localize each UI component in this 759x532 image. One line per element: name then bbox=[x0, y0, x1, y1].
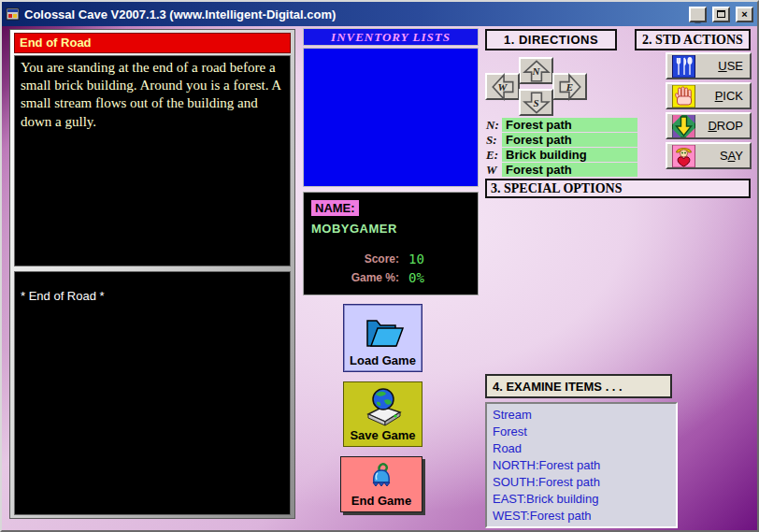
minimize-button[interactable]: _ bbox=[689, 7, 707, 22]
globe-disk-icon bbox=[361, 385, 406, 426]
east-button[interactable]: E bbox=[552, 73, 587, 100]
game-percent-label: Game %: bbox=[322, 271, 399, 284]
close-button[interactable]: × bbox=[736, 7, 753, 22]
drop-button[interactable]: DROP bbox=[666, 112, 752, 139]
say-label: SAY bbox=[695, 149, 743, 163]
exit-row-north: N: Forest path bbox=[486, 118, 637, 132]
std-actions-header: 2. STD ACTIONS bbox=[635, 29, 751, 50]
room-panel: End of Road You are standing at the end … bbox=[9, 29, 295, 519]
player-name: MOBYGAMER bbox=[311, 222, 397, 236]
bluebell-icon bbox=[367, 462, 395, 492]
load-game-label: Load Game bbox=[350, 353, 416, 367]
direction-pad: N W E S bbox=[485, 57, 590, 117]
name-label: NAME: bbox=[311, 200, 359, 216]
room-status-log: * End of Road * bbox=[14, 271, 291, 515]
utensils-icon bbox=[672, 55, 695, 78]
examine-items-header: 4. EXAMINE ITEMS . . . bbox=[485, 374, 672, 398]
save-game-button[interactable]: Save Game bbox=[343, 381, 422, 447]
examine-item[interactable]: Stream bbox=[493, 407, 670, 424]
examine-item[interactable]: SOUTH:Forest path bbox=[493, 474, 670, 491]
down-arrow-icon bbox=[672, 115, 695, 137]
exit-list: N: Forest path S: Forest path E: Brick b… bbox=[486, 118, 637, 178]
exit-row-west: W Forest path bbox=[486, 163, 637, 177]
drop-label: DROP bbox=[695, 119, 743, 133]
inventory-header: INVENTORY LISTS bbox=[303, 28, 479, 46]
maximize-icon bbox=[717, 10, 725, 18]
player-info-panel: NAME: MOBYGAMER Score: 10 Game %: 0% bbox=[303, 192, 479, 295]
load-game-button[interactable]: Load Game bbox=[343, 304, 422, 372]
game-percent-value: 0% bbox=[408, 270, 424, 285]
north-button[interactable]: N bbox=[519, 57, 553, 84]
pick-label: PICK bbox=[695, 89, 743, 103]
app-icon bbox=[6, 7, 21, 22]
examine-item[interactable]: EAST:Brick building bbox=[493, 491, 670, 508]
app-window: Colossal Cave V2007.1.3 (www.Intelligent… bbox=[0, 0, 759, 532]
pick-button[interactable]: PICK bbox=[666, 82, 752, 109]
south-button[interactable]: S bbox=[519, 89, 553, 116]
west-button[interactable]: W bbox=[485, 73, 520, 100]
open-folder-icon bbox=[361, 312, 406, 352]
examine-item[interactable]: Road bbox=[493, 440, 670, 457]
end-game-label: End Game bbox=[351, 494, 411, 508]
directions-header: 1. DIRECTIONS bbox=[485, 29, 617, 50]
special-options-header: 3. SPECIAL OPTIONS bbox=[485, 179, 751, 198]
say-button[interactable]: SAY bbox=[666, 142, 752, 169]
window-title: Colossal Cave V2007.1.3 (www.Intelligent… bbox=[24, 7, 683, 22]
examine-items-list[interactable]: Stream Forest Road NORTH:Forest path SOU… bbox=[485, 402, 678, 528]
examine-item[interactable]: NORTH:Forest path bbox=[493, 457, 670, 474]
score-value: 10 bbox=[408, 252, 424, 266]
hand-icon bbox=[672, 85, 695, 108]
use-button[interactable]: USE bbox=[666, 52, 752, 79]
room-title: End of Road bbox=[14, 33, 291, 53]
examine-item[interactable]: WEST:Forest path bbox=[493, 508, 670, 525]
room-description: You are standing at the end of a road be… bbox=[14, 55, 291, 266]
score-label: Score: bbox=[322, 252, 399, 266]
exit-row-south: S: Forest path bbox=[486, 133, 637, 147]
use-label: USE bbox=[695, 59, 743, 73]
save-game-label: Save Game bbox=[350, 428, 415, 442]
exit-row-east: E: Brick building bbox=[486, 148, 637, 162]
inventory-list[interactable] bbox=[303, 48, 479, 187]
heart-face-icon bbox=[672, 145, 695, 167]
end-game-button[interactable]: End Game bbox=[340, 456, 422, 512]
client-area: End of Road You are standing at the end … bbox=[2, 26, 757, 530]
std-actions-panel: USE PICK bbox=[666, 52, 752, 172]
maximize-button[interactable] bbox=[712, 7, 730, 22]
title-bar: Colossal Cave V2007.1.3 (www.Intelligent… bbox=[2, 2, 757, 26]
examine-item[interactable]: Forest bbox=[493, 424, 670, 440]
